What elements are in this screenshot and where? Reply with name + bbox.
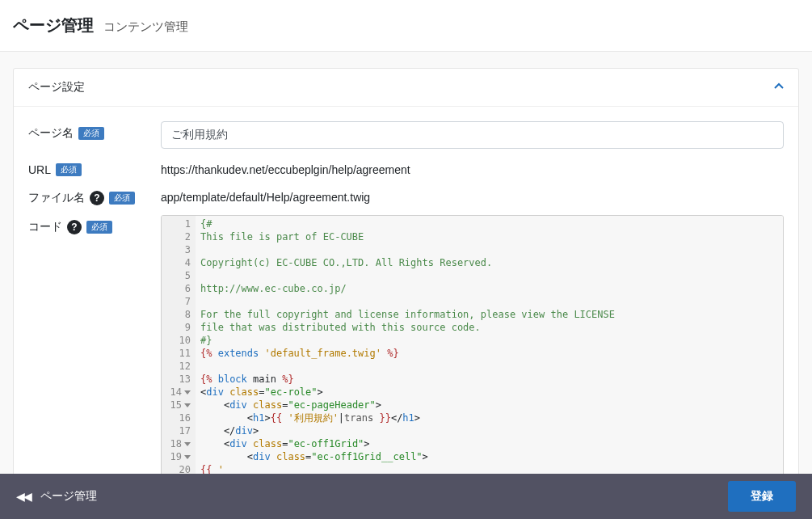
help-icon[interactable]: ?	[67, 220, 82, 234]
panel-header[interactable]: ページ設定	[14, 69, 798, 107]
panel-toggle-icon[interactable]	[774, 81, 784, 94]
submit-button[interactable]: 登録	[728, 481, 796, 512]
page-settings-panel: ページ設定 ページ名 必須 URL 必須	[13, 68, 799, 519]
label-url: URL	[28, 163, 51, 176]
row-url: URL 必須 https://thankudev.net/eccubeplgin…	[28, 158, 784, 176]
label-file-name: ファイル名	[28, 191, 85, 205]
bottom-bar: ◀◀ ページ管理 登録	[0, 474, 812, 519]
label-code: コード	[28, 220, 62, 234]
help-icon[interactable]: ?	[90, 191, 104, 205]
required-badge: 必須	[86, 221, 112, 234]
page-header: ページ管理 コンテンツ管理	[0, 0, 812, 52]
rewind-icon: ◀◀	[16, 490, 31, 503]
back-link[interactable]: ◀◀ ページ管理	[16, 489, 97, 504]
required-badge: 必須	[56, 163, 82, 176]
content-area: ページ設定 ページ名 必須 URL 必須	[0, 52, 812, 519]
page-title: ページ管理	[13, 15, 94, 36]
page-name-input[interactable]	[161, 121, 784, 149]
panel-title: ページ設定	[28, 80, 85, 95]
required-badge: 必須	[78, 127, 104, 140]
back-label: ページ管理	[40, 489, 97, 504]
panel-body: ページ名 必須 URL 必須 https://thankudev.net/ecc…	[14, 107, 798, 519]
file-path-value: app/template/default/Help/agreement.twig	[161, 186, 784, 204]
row-page-name: ページ名 必須	[28, 121, 784, 149]
url-value: https://thankudev.net/eccubeplgin/help/a…	[161, 158, 784, 176]
page-subtitle: コンテンツ管理	[103, 19, 188, 35]
label-page-name: ページ名	[28, 126, 74, 141]
required-badge: 必須	[109, 192, 135, 205]
row-file-name: ファイル名 ? 必須 app/template/default/Help/agr…	[28, 186, 784, 205]
